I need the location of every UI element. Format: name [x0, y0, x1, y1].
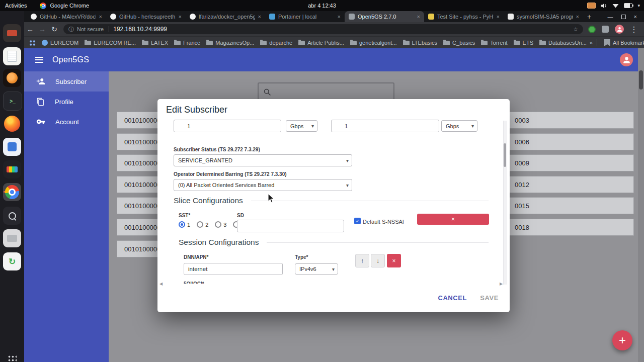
tab-close-icon[interactable]: ×: [576, 14, 579, 20]
tab-lfarizav-docker[interactable]: lfarizav/docker_open5g... ×: [186, 11, 265, 22]
tab-close-icon[interactable]: ×: [99, 14, 102, 20]
terminal-icon[interactable]: [3, 92, 22, 111]
browser-menu-icon[interactable]: ⋮: [630, 25, 638, 34]
all-bookmarks-button[interactable]: All Bookmarks: [601, 39, 644, 46]
maximize-button[interactable]: [621, 15, 626, 19]
site-info-icon[interactable]: ⓘ: [68, 26, 74, 33]
tab-close-icon[interactable]: ×: [417, 14, 420, 20]
subscriber-status-label: Subscriber Status (TS 29.272 7.3.29): [174, 147, 260, 152]
remove-slice-button[interactable]: ×: [417, 214, 489, 225]
hamburger-menu-icon[interactable]: [35, 59, 43, 60]
bookmark-folder[interactable]: Article Publis...: [295, 40, 347, 46]
sidebar-item-subscriber[interactable]: Subscriber: [24, 71, 109, 92]
tab-close-icon[interactable]: ×: [338, 14, 341, 20]
sst-radio-3[interactable]: [215, 221, 221, 228]
mail-client-icon[interactable]: [3, 24, 21, 42]
page-scrollbar-track[interactable]: [638, 48, 644, 362]
system-tray[interactable]: ▾: [587, 0, 640, 11]
bookmark-folder[interactable]: LATEX: [139, 40, 171, 46]
tab-open5gs-active[interactable]: Open5GS 2.7.0 ×: [345, 11, 424, 22]
tab-sysmoisim[interactable]: sysmoISIM-SJA5 progra... ×: [504, 11, 583, 22]
caret-down-icon: ▾: [346, 158, 349, 163]
bookmark-ribbon-icon: [604, 39, 610, 46]
sidebar: Subscriber Profile Account: [24, 71, 109, 362]
sidebar-item-profile[interactable]: Profile: [24, 92, 109, 112]
ambr-downlink-unit-select[interactable]: Gbps ▾: [286, 120, 317, 132]
extension-icon-gray[interactable]: [602, 26, 609, 33]
bookmark-folder[interactable]: Torrent: [478, 40, 510, 46]
dnn-apn-input[interactable]: [184, 263, 283, 275]
apps-shortcut-icon[interactable]: [29, 40, 36, 46]
security-label: Not secure: [77, 26, 104, 32]
browser-profile-avatar[interactable]: [615, 25, 624, 34]
bookmark-folder[interactable]: C_basics: [440, 40, 478, 46]
move-session-down-button[interactable]: ↓: [371, 254, 385, 267]
operator-barring-select[interactable]: (0) All Packet Oriented Services Barred …: [174, 179, 352, 191]
bookmark-folder[interactable]: DatabasesUn...: [536, 40, 590, 46]
bookmark-folder[interactable]: France: [171, 40, 203, 46]
address-bar[interactable]: ⓘ Not secure 192.168.10.24:9999 ☆: [63, 24, 583, 34]
default-snssai-checkbox[interactable]: ✓: [354, 218, 361, 224]
screen: Activities Google Chrome abr 4 12:43 ▾: [0, 0, 644, 362]
ambr-downlink-input[interactable]: [174, 120, 281, 132]
ambr-uplink-input[interactable]: [331, 120, 439, 132]
bookmark-folder[interactable]: geneticalgorit...: [347, 40, 400, 46]
minimize-button[interactable]: —: [608, 14, 613, 20]
scroll-left-icon[interactable]: ◀: [159, 282, 163, 286]
sst-radio-2[interactable]: [197, 221, 203, 228]
bookmark-folder[interactable]: deparche: [257, 40, 295, 46]
bookmark-folder[interactable]: LTEbasics: [400, 40, 441, 46]
code-editor-icon[interactable]: [3, 138, 21, 156]
remove-session-button[interactable]: ×: [387, 254, 401, 267]
sidebar-item-account[interactable]: Account: [24, 112, 109, 132]
person-icon: [617, 27, 622, 32]
tab-close-icon[interactable]: ×: [258, 14, 261, 20]
media-player-icon[interactable]: [3, 160, 21, 178]
bookmark-folder[interactable]: MagazinesOp...: [203, 40, 257, 46]
show-applications-button[interactable]: [8, 355, 17, 362]
archive-manager-icon[interactable]: [3, 229, 21, 247]
url-text[interactable]: 192.168.10.24:9999: [113, 26, 573, 33]
bookmark-folder[interactable]: ETS: [511, 40, 536, 46]
clock[interactable]: abr 4 12:43: [308, 0, 336, 11]
firefox-icon[interactable]: [3, 115, 21, 133]
add-subscriber-fab[interactable]: +: [612, 330, 632, 350]
screenshot-tool-icon[interactable]: [3, 207, 21, 225]
window-close-button[interactable]: ×: [634, 14, 637, 20]
sst-radio-1[interactable]: [179, 221, 185, 228]
new-tab-button[interactable]: +: [583, 13, 595, 21]
blender-icon[interactable]: [3, 69, 21, 87]
tab-close-icon[interactable]: ×: [497, 14, 500, 20]
text-editor-icon[interactable]: [3, 47, 21, 65]
bookmark-folder[interactable]: EURECOM RE...: [82, 40, 139, 46]
page-scrollbar-thumb[interactable]: [639, 70, 643, 89]
forward-button[interactable]: →: [36, 25, 48, 33]
google-chrome-icon[interactable]: [3, 183, 21, 201]
focused-app-menu[interactable]: Google Chrome: [40, 3, 89, 9]
sd-input[interactable]: [237, 220, 344, 232]
reload-button[interactable]: ↻: [48, 25, 60, 33]
subscriber-status-select[interactable]: SERVICE_GRANTED ▾: [174, 154, 352, 166]
ambr-uplink-unit-select[interactable]: Gbps ▾: [441, 120, 477, 132]
scroll-right-icon[interactable]: ▶: [500, 282, 503, 286]
session-type-select[interactable]: IPv4v6 ▾: [295, 263, 338, 275]
tab-github-malexvr[interactable]: GitHub - MAlexVR/dock... ×: [27, 11, 106, 22]
back-button[interactable]: ←: [24, 25, 36, 33]
bookmark-star-icon[interactable]: ☆: [573, 26, 578, 33]
tab-close-icon[interactable]: ×: [179, 14, 182, 20]
edit-subscriber-modal: Edit Subscriber Gbps ▾ Gbps ▾ Subscriber…: [157, 99, 510, 312]
software-updater-icon[interactable]: [3, 252, 21, 270]
tab-github-herlesupreeth[interactable]: GitHub - herlesupreeth... ×: [106, 11, 186, 22]
tab-portainer[interactable]: Portainer | local ×: [265, 11, 345, 22]
bookmark-item[interactable]: EURECOM: [39, 40, 82, 46]
user-avatar[interactable]: [620, 53, 633, 66]
bookmarks-overflow-icon[interactable]: »: [590, 40, 593, 46]
modal-scrollbar-thumb[interactable]: [504, 143, 506, 167]
cancel-button[interactable]: CANCEL: [438, 294, 467, 302]
save-button[interactable]: SAVE: [480, 294, 499, 302]
move-session-up-button[interactable]: ↑: [355, 254, 369, 267]
tab-pyhss[interactable]: Test Site - pyhss - PyHS... ×: [424, 11, 504, 22]
activities-button[interactable]: Activities: [5, 3, 27, 9]
up-arrow-icon: ↑: [361, 257, 364, 264]
extension-icon-green[interactable]: [588, 26, 596, 33]
